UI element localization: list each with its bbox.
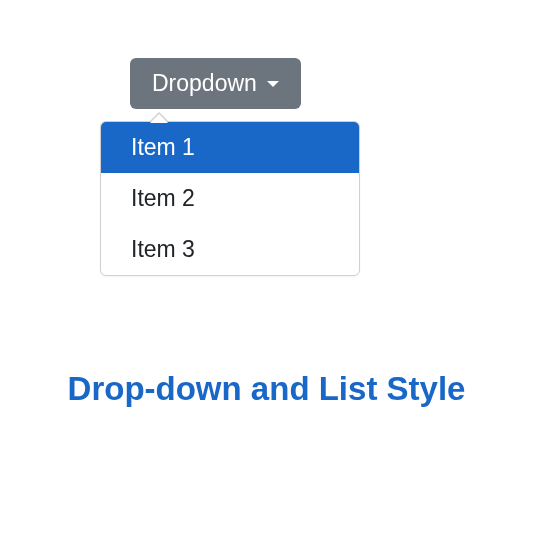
dropdown-item-3[interactable]: Item 3 (101, 224, 359, 275)
dropdown-menu: Item 1 Item 2 Item 3 (100, 121, 360, 276)
dropdown-item-label: Item 2 (131, 185, 195, 211)
caption-text: Drop-down and List Style (0, 370, 533, 408)
caret-down-icon (267, 81, 279, 87)
dropdown-button-label: Dropdown (152, 70, 257, 97)
dropdown-item-1[interactable]: Item 1 (101, 122, 359, 173)
dropdown-item-2[interactable]: Item 2 (101, 173, 359, 224)
dropdown-item-label: Item 1 (131, 134, 195, 160)
dropdown-item-label: Item 3 (131, 236, 195, 262)
dropdown-button[interactable]: Dropdown (130, 58, 301, 109)
